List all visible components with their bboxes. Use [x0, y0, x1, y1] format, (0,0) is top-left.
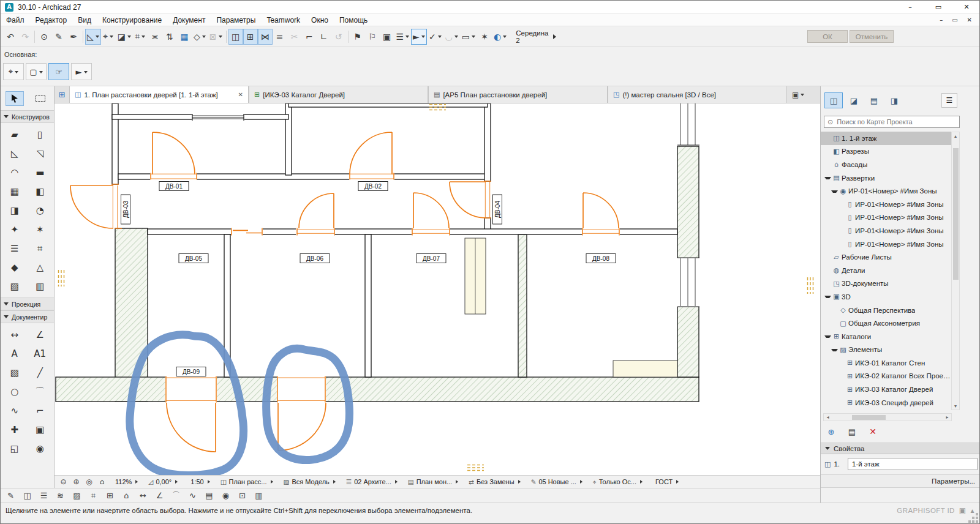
home-story-button[interactable]: ⌂ — [119, 489, 134, 502]
publisher-tab[interactable]: ◨ — [885, 92, 903, 108]
align-button[interactable]: ≡ — [273, 29, 287, 45]
hotspot-tool[interactable]: ✚ — [6, 423, 24, 436]
tree-item-floor-1[interactable]: ◫ 1. 1-й этаж — [821, 132, 951, 145]
tree-item-ie-group[interactable]: ◉ ИР-01<Номер> #Имя Зоны — [821, 184, 951, 198]
scrollbar-thumb[interactable] — [852, 415, 886, 420]
door-tool[interactable]: ◧ — [31, 185, 49, 198]
figure-tool[interactable]: ▣ — [31, 423, 49, 436]
viewpoint-settings-button[interactable]: ▤ — [845, 425, 859, 438]
favorite-default-button[interactable]: ⌖ — [3, 63, 24, 80]
zoom-out-button[interactable]: ⊖ — [57, 476, 70, 488]
door-label-dv-02[interactable]: ДВ-02 — [358, 182, 388, 191]
pen-tool-button[interactable]: ✎ — [3, 489, 18, 502]
tab-3d-bedroom[interactable]: ◳ (!) мастер спальня [3D / Все] ✕ — [608, 86, 787, 103]
snap-guides-button[interactable]: ⇅ — [162, 29, 177, 45]
project-map-tab[interactable]: ◫ — [824, 92, 843, 108]
properties-section-header[interactable]: Свойства — [821, 443, 980, 454]
minimize-button[interactable]: – — [896, 1, 924, 13]
lamp-tool[interactable]: ✶ — [31, 223, 49, 236]
tree-item-schedules[interactable]: ⊞ Каталоги — [821, 330, 951, 343]
tree-item-3d-documents[interactable]: ◳ 3D-документы — [821, 277, 951, 291]
toolbox-section-projection[interactable]: Проекция — [1, 298, 54, 310]
beam-tool[interactable]: ▬ — [31, 166, 49, 179]
toolbox-section-document[interactable]: Документир — [1, 310, 54, 323]
roof-tool[interactable]: ◹ — [31, 147, 49, 160]
mesh-tool[interactable]: △ — [31, 261, 49, 274]
scroll-up-icon[interactable]: ▴ — [952, 132, 959, 140]
lock-button[interactable]: ⊠ — [208, 29, 224, 45]
fit-view-button[interactable]: ⌂ — [96, 476, 108, 488]
move-button[interactable]: ◫ — [228, 29, 243, 45]
interior-elevation-button[interactable]: ◺ — [85, 29, 101, 45]
tab-door-schedule[interactable]: ⊞ [ИКЭ-03 Каталог Дверей] ✕ — [249, 86, 428, 103]
chevron-down-icon[interactable] — [831, 346, 838, 353]
spline-button[interactable]: ∿ — [185, 489, 200, 502]
pen-set-control[interactable]: ☰ 02 Архите... — [342, 476, 404, 488]
door-label-dv-04[interactable]: ДВ-04 — [493, 195, 502, 224]
dimension-button[interactable]: ↔ — [135, 489, 151, 502]
monitor-plan-control[interactable]: ▤ План мон... — [404, 476, 464, 488]
window-tool[interactable]: ◨ — [6, 204, 24, 217]
view-map-tab[interactable]: ◪ — [845, 92, 863, 108]
elevation-markers[interactable] — [59, 105, 813, 471]
tree-item-worksheets[interactable]: ▱ Рабочие Листы — [821, 250, 951, 264]
favorites-button[interactable]: ⚐ — [365, 29, 380, 45]
zoom-in-button[interactable]: ⊕ — [70, 476, 83, 488]
tree-item-ie-view[interactable]: ▯ ИР-01<Номер> #Имя Зоны — [821, 198, 951, 211]
angle-control[interactable]: ◿ 0,00° — [144, 476, 184, 488]
menu-help[interactable]: Помощь — [334, 15, 373, 26]
confirm-marker-button[interactable]: ✓ — [427, 29, 443, 45]
doc-close-button[interactable]: ✕ — [967, 17, 972, 23]
scale-control[interactable]: 1:50 — [184, 476, 216, 488]
collapse-icon[interactable]: ▴ — [971, 506, 974, 515]
door-label-dv-06[interactable]: ДВ-06 — [300, 254, 330, 263]
tree-vertical-scrollbar[interactable]: ▴ ▾ — [951, 132, 960, 410]
quick-layers-button[interactable]: ⋈ — [258, 29, 273, 45]
grid-button[interactable]: ⌗ — [86, 489, 101, 502]
chevron-down-icon[interactable] — [824, 333, 831, 340]
door-dv-03[interactable] — [70, 184, 122, 228]
door-label-dv-08[interactable]: ДВ-08 — [586, 254, 616, 263]
model-view-control[interactable]: ▨ Вся Модель — [279, 476, 342, 488]
curtain-wall-tool[interactable]: ▦ — [6, 185, 24, 198]
marquee-options-button[interactable]: ▢ — [26, 63, 47, 80]
stair-tool[interactable]: ☰ — [6, 242, 24, 255]
layer-combination-control[interactable]: ◫ План расс... — [216, 476, 279, 488]
tab-close-icon[interactable]: ✕ — [238, 91, 243, 98]
circle-tool[interactable]: ○ — [6, 385, 24, 398]
split-button[interactable]: ✂ — [287, 29, 302, 45]
marker-annotations[interactable] — [130, 335, 350, 475]
morph-tool[interactable]: ◆ — [6, 261, 24, 274]
windows[interactable] — [192, 103, 699, 307]
arc-button[interactable]: ⌒ — [168, 489, 184, 502]
tree-item-axonometry[interactable]: ▢ Общая Аксонометрия — [821, 316, 951, 330]
tab-overflow-button[interactable]: ▣ — [792, 91, 804, 99]
rotate-button[interactable]: ↺ — [331, 29, 346, 45]
drawing-tool[interactable]: ◱ — [6, 442, 24, 455]
midpoint-expand-button[interactable] — [551, 30, 560, 43]
tree-item-ike-03s[interactable]: ⊞ ИКЭ-03 Специф дверей — [821, 396, 951, 410]
virtual-trace-button[interactable]: ▦ — [177, 29, 192, 45]
edit-plane-button[interactable]: ▭ — [460, 29, 477, 45]
search-input[interactable] — [835, 118, 956, 126]
zoom-level-control[interactable]: 112% — [108, 476, 144, 488]
tree-item-details[interactable]: ◍ Детали — [821, 264, 951, 277]
scroll-down-icon[interactable]: ▾ — [952, 402, 959, 410]
floor-plan-canvas[interactable]: ДВ-01 ДВ-02 ДВ-03 ДВ-04 — [55, 103, 820, 475]
tree-item-perspective[interactable]: ◇ Общая Перспектива — [821, 304, 951, 317]
tab-plan-doors[interactable]: ◫ 1. План расстановки дверей [1. 1-й эта… — [69, 86, 249, 103]
fill-tool[interactable]: ▧ — [6, 366, 24, 379]
layers-button[interactable]: ☰ — [36, 489, 51, 502]
graphisoft-id[interactable]: GRAPHISOFT ID ▣ ▴ — [897, 506, 980, 515]
parameters-button[interactable]: Параметры... — [932, 477, 975, 485]
tab-layout-doors[interactable]: ▤ [АР5 План расстановки дверей] ✕ — [428, 86, 608, 103]
panel-menu-button[interactable]: ☰ — [941, 93, 957, 108]
door-label-dv-01[interactable]: ДВ-01 — [159, 182, 189, 191]
ok-button[interactable]: ОК — [807, 30, 848, 43]
camera-tool[interactable]: ◉ — [31, 442, 49, 455]
tree-horizontal-scrollbar[interactable]: ◂ ▸ — [823, 413, 952, 421]
slab-tool[interactable]: ◺ — [6, 147, 24, 160]
tree-item-sections[interactable]: ◧ Разрезы — [821, 145, 951, 159]
tree-item-elements[interactable]: ▨ Элементы — [821, 343, 951, 357]
arrow-mode-button[interactable]: ► — [71, 63, 92, 80]
